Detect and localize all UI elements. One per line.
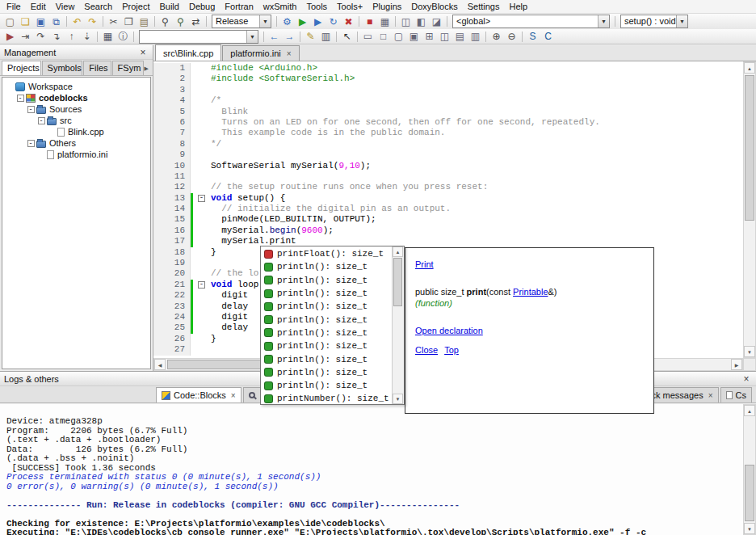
wxsmith-sizer-button[interactable]: ▣ <box>406 30 422 44</box>
run-to-cursor-button[interactable]: ⇥ <box>18 30 33 44</box>
code-line[interactable]: 9 <box>153 150 743 160</box>
completion-scrollbar[interactable]: ▲ ▼ <box>392 246 404 404</box>
completion-item[interactable]: printNumber(): size_t <box>262 392 391 403</box>
scroll-down-icon[interactable]: ▼ <box>393 394 403 404</box>
tree-collapse-icon[interactable]: - <box>27 106 35 113</box>
next-line-button[interactable]: ↷ <box>33 30 48 44</box>
browse-forward-button[interactable]: → <box>282 30 297 44</box>
abort-button[interactable]: ✖ <box>341 15 356 28</box>
dropdown-arrow-icon[interactable]: ▼ <box>246 31 258 43</box>
debug-windows-button[interactable]: ▦ <box>100 30 116 44</box>
wxsmith-notebook-button[interactable]: ▤ <box>452 30 468 44</box>
replace-button[interactable]: ⇄ <box>188 15 204 28</box>
code-line[interactable]: 3 <box>153 85 743 95</box>
close-tab-icon[interactable]: × <box>287 49 292 58</box>
wxsmith-frame-button[interactable]: ▭ <box>360 30 376 44</box>
menu-project[interactable]: Project <box>117 0 154 14</box>
code-line[interactable]: 10SoftwareSerial mySerial(9,10); <box>153 161 743 171</box>
scroll-up-icon[interactable]: ▲ <box>744 62 755 74</box>
log-tab-code-blocks[interactable]: Code::Blocks× <box>156 387 242 402</box>
fold-collapse-icon[interactable]: - <box>198 195 205 202</box>
code-line[interactable]: 4/* <box>153 95 743 106</box>
open-file-button[interactable]: ❏ <box>18 15 33 28</box>
doxyblocks-html-button[interactable]: ◧ <box>414 15 429 28</box>
menu-doxyblocks[interactable]: DoxyBlocks <box>406 0 462 14</box>
tree-item-src[interactable]: -src <box>2 115 150 126</box>
editor-tab-platformio-ini[interactable]: platformio.ini× <box>222 45 299 61</box>
scrollbar-thumb[interactable] <box>745 75 754 221</box>
code-line[interactable]: 2#include <SoftwareSerial.h> <box>153 74 743 84</box>
menu-help[interactable]: Help <box>504 0 532 14</box>
code-line[interactable]: 14 // initialize the digital pin as an o… <box>153 204 743 214</box>
save-all-button[interactable]: ⧉ <box>48 15 64 28</box>
doc-title-link[interactable]: Print <box>415 259 434 269</box>
redo-button[interactable]: ↷ <box>85 15 100 28</box>
menu-wxsmith[interactable]: wxSmith <box>258 0 302 14</box>
wxsmith-dialog-button[interactable]: ▢ <box>391 30 406 44</box>
code-line[interactable]: 15 pinMode(LED_BUILTIN, OUTPUT); <box>153 214 743 225</box>
code-line[interactable]: 12// the setup routine runs once when yo… <box>153 182 743 192</box>
tree-item-blink-cpp[interactable]: Blink.cpp <box>2 126 150 137</box>
tab-scroll-right-icon[interactable]: ▶ <box>145 65 151 75</box>
step-out-button[interactable]: ↑ <box>64 30 79 44</box>
menu-tools-plus[interactable]: Tools+ <box>332 0 368 14</box>
build-target-combo[interactable]: Release▼ <box>212 15 271 28</box>
menu-build[interactable]: Build <box>154 0 183 14</box>
incremental-search-combo[interactable]: ▼ <box>139 30 258 44</box>
tree-item-platformio-ini[interactable]: platformio.ini <box>2 149 150 160</box>
menu-plugins[interactable]: Plugins <box>368 0 406 14</box>
copy-button[interactable]: ❐ <box>121 15 136 28</box>
cut-button[interactable]: ✂ <box>106 15 121 28</box>
close-tab-icon[interactable]: × <box>708 391 713 400</box>
close-tab-icon[interactable]: × <box>231 391 236 400</box>
match-case-button[interactable]: ▥ <box>318 30 334 44</box>
completion-item[interactable]: println(): size_t <box>262 274 391 287</box>
menu-fortran[interactable]: Fortran <box>220 0 258 14</box>
menu-debug[interactable]: Debug <box>184 0 220 14</box>
tree-item-others[interactable]: -Others <box>2 137 150 149</box>
completion-item[interactable]: printFloat(): size_t <box>262 247 391 260</box>
tree-collapse-icon[interactable]: - <box>17 95 24 102</box>
wxsmith-grid-button[interactable]: ⊞ <box>422 30 437 44</box>
run-button[interactable]: ▶ <box>295 15 310 28</box>
code-line[interactable]: 1#include <Arduino.h> <box>153 63 743 74</box>
code-line[interactable]: 5 Blink <box>153 107 743 117</box>
tree-collapse-icon[interactable]: - <box>27 140 35 147</box>
build-log-output[interactable]: Device: atmega328pProgram: 2206 bytes (6… <box>0 404 743 535</box>
menu-search[interactable]: Search <box>79 0 117 14</box>
code-line[interactable]: 8*/ <box>153 139 743 150</box>
function-combo[interactable]: setup() : void▼ <box>620 15 688 28</box>
menu-file[interactable]: File <box>2 0 26 14</box>
wxsmith-splitter-button[interactable]: ◫ <box>437 30 452 44</box>
editor-vertical-scrollbar[interactable]: ▲ ▼ <box>743 61 756 358</box>
close-logs-icon[interactable]: × <box>741 374 752 384</box>
new-file-button[interactable]: ▢ <box>2 15 18 28</box>
fold-collapse-icon[interactable]: - <box>198 281 205 289</box>
dropdown-arrow-icon[interactable]: ▼ <box>598 15 609 27</box>
dropdown-arrow-icon[interactable]: ▼ <box>676 15 687 27</box>
completion-item[interactable]: println(): size_t <box>262 352 391 365</box>
wxsmith-toolbar-button[interactable]: ▥ <box>468 30 483 44</box>
completion-item[interactable]: println(): size_t <box>262 313 391 326</box>
completion-list[interactable]: printFloat(): size_tprintln(): size_tpri… <box>262 247 391 403</box>
management-tab-fsym[interactable]: FSym <box>112 61 144 75</box>
management-tab-projects[interactable]: Projects <box>2 61 41 75</box>
code-line[interactable]: 13-void setup() { <box>153 193 743 204</box>
save-button[interactable]: ▣ <box>33 15 48 28</box>
debug-info-button[interactable]: ⓘ <box>116 30 131 44</box>
scroll-down-icon[interactable]: ▼ <box>744 523 755 534</box>
step-into-button[interactable]: ↴ <box>48 30 64 44</box>
completion-item[interactable]: println(): size_t <box>262 326 391 339</box>
dropdown-arrow-icon[interactable]: ▼ <box>259 15 271 27</box>
code-line[interactable]: 7 This example code is in the public dom… <box>153 128 743 138</box>
tree-item-codeblocks[interactable]: -codeblocks <box>2 92 150 103</box>
scroll-right-icon[interactable]: ▶ <box>731 359 742 370</box>
code-line[interactable]: 11 <box>153 171 743 182</box>
rebuild-button[interactable]: ↻ <box>326 15 341 28</box>
management-tab-files[interactable]: Files <box>83 61 111 75</box>
build-options-button[interactable]: ▦ <box>377 15 393 28</box>
scroll-up-icon[interactable]: ▲ <box>393 246 403 257</box>
tree-item-sources[interactable]: -Sources <box>2 103 150 115</box>
code-line[interactable]: 16 mySerial.begin(9600); <box>153 225 743 236</box>
editor-tab-src-blink-cpp[interactable]: src\Blink.cpp <box>155 44 221 61</box>
